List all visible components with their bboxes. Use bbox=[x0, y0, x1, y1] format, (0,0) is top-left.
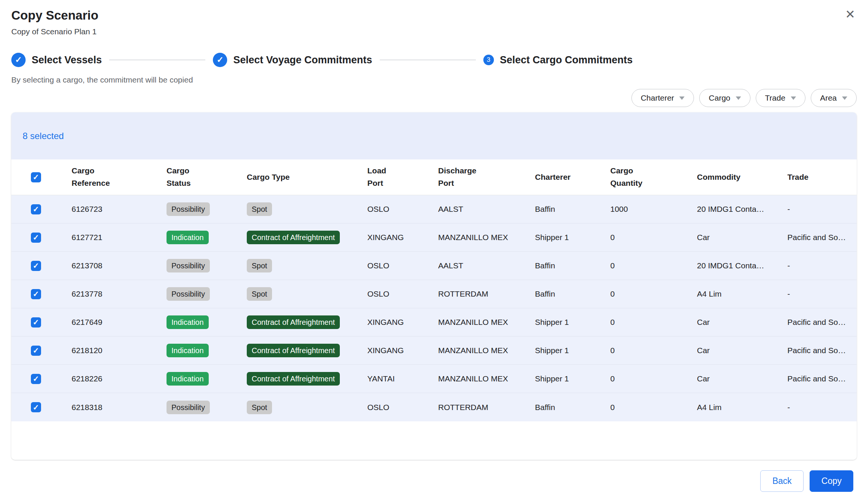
cargo-type-badge: Spot bbox=[247, 287, 272, 301]
row-checkbox[interactable] bbox=[31, 233, 41, 243]
cargo-type-badge: Contract of Affreightment bbox=[247, 315, 340, 329]
table-row[interactable]: 6213778 Possibility Spot OSLO ROTTERDAM … bbox=[11, 280, 857, 308]
load-port-cell: XINGANG bbox=[367, 346, 438, 355]
table-row[interactable]: 6213708 Possibility Spot OSLO AALST Baff… bbox=[11, 252, 857, 280]
discharge-port-cell: MANZANILLO MEX bbox=[438, 346, 535, 355]
row-checkbox[interactable] bbox=[31, 374, 41, 384]
trade-filter-dropdown[interactable]: Trade bbox=[756, 89, 805, 107]
cargo-quantity-cell: 0 bbox=[610, 261, 697, 270]
cargo-type-badge: Contract of Affreightment bbox=[247, 344, 340, 357]
modal-footer: Back Copy bbox=[11, 470, 857, 492]
filter-label: Area bbox=[820, 93, 837, 103]
cargo-quantity-cell: 0 bbox=[610, 289, 697, 298]
charterer-cell: Shipper 1 bbox=[535, 318, 610, 327]
cargo-reference-cell: 6218226 bbox=[72, 374, 167, 383]
charterer-cell: Shipper 1 bbox=[535, 346, 610, 355]
discharge-port-cell: MANZANILLO MEX bbox=[438, 233, 535, 242]
page-title: Copy Scenario bbox=[11, 8, 857, 23]
table-row[interactable]: 6218226 Indication Contract of Affreight… bbox=[11, 365, 857, 393]
row-checkbox[interactable] bbox=[31, 402, 41, 412]
column-header-discharge-port: Discharge Port bbox=[438, 165, 535, 189]
cargo-quantity-cell: 1000 bbox=[610, 205, 697, 214]
chevron-down-icon bbox=[736, 96, 741, 100]
load-port-cell: YANTAI bbox=[367, 374, 438, 383]
row-checkbox[interactable] bbox=[31, 204, 41, 214]
cargo-quantity-cell: 0 bbox=[610, 233, 697, 242]
table-row[interactable]: 6127721 Indication Contract of Affreight… bbox=[11, 223, 857, 252]
cargo-status-badge: Indication bbox=[167, 231, 209, 244]
load-port-cell: OSLO bbox=[367, 289, 438, 298]
cargo-status-badge: Possibility bbox=[167, 287, 210, 301]
table-empty-space bbox=[11, 421, 857, 460]
row-checkbox[interactable] bbox=[31, 261, 41, 271]
charterer-filter-dropdown[interactable]: Charterer bbox=[631, 89, 694, 107]
column-header-load-port: Load Port bbox=[367, 165, 438, 189]
filter-label: Trade bbox=[765, 93, 785, 103]
row-checkbox[interactable] bbox=[31, 346, 41, 356]
check-icon: ✓ bbox=[11, 53, 26, 67]
table-header-row: Cargo Reference Cargo Status Cargo Type … bbox=[11, 159, 857, 195]
table-row[interactable]: 6126723 Possibility Spot OSLO AALST Baff… bbox=[11, 195, 857, 223]
discharge-port-cell: AALST bbox=[438, 205, 535, 214]
filter-bar: Charterer Cargo Trade Area bbox=[11, 89, 857, 107]
row-checkbox[interactable] bbox=[31, 289, 41, 299]
table-row[interactable]: 6217649 Indication Contract of Affreight… bbox=[11, 308, 857, 337]
chevron-down-icon bbox=[679, 96, 685, 100]
load-port-cell: OSLO bbox=[367, 205, 438, 214]
charterer-cell: Shipper 1 bbox=[535, 374, 610, 383]
close-icon[interactable]: ✕ bbox=[845, 8, 855, 20]
load-port-cell: OSLO bbox=[367, 403, 438, 412]
cargo-type-badge: Spot bbox=[247, 202, 272, 216]
cargo-reference-cell: 6218318 bbox=[72, 403, 167, 412]
back-button[interactable]: Back bbox=[760, 470, 804, 492]
cargo-reference-cell: 6213778 bbox=[72, 289, 167, 298]
charterer-cell: Shipper 1 bbox=[535, 233, 610, 242]
commodity-cell: 20 IMDG1 Conta… bbox=[697, 261, 787, 270]
filter-label: Charterer bbox=[641, 93, 674, 103]
cargo-type-badge: Spot bbox=[247, 401, 272, 414]
cargo-reference-cell: 6126723 bbox=[72, 205, 167, 214]
cargo-quantity-cell: 0 bbox=[610, 346, 697, 355]
column-header-cargo-quantity: Cargo Quantity bbox=[610, 165, 697, 189]
trade-cell: Pacific and So… bbox=[787, 374, 857, 383]
area-filter-dropdown[interactable]: Area bbox=[811, 89, 857, 107]
table-row[interactable]: 6218318 Possibility Spot OSLO ROTTERDAM … bbox=[11, 393, 857, 421]
table-row[interactable]: 6218120 Indication Contract of Affreight… bbox=[11, 337, 857, 365]
column-header-cargo-type: Cargo Type bbox=[247, 171, 367, 184]
row-checkbox[interactable] bbox=[31, 317, 41, 328]
cargo-filter-dropdown[interactable]: Cargo bbox=[699, 89, 750, 107]
cargo-quantity-cell: 0 bbox=[610, 403, 697, 412]
cargo-status-badge: Possibility bbox=[167, 259, 210, 272]
cargo-reference-cell: 6127721 bbox=[72, 233, 167, 242]
cargo-commitments-table: 8 selected Cargo Reference Cargo Status … bbox=[11, 112, 857, 460]
table-body: 6126723 Possibility Spot OSLO AALST Baff… bbox=[11, 195, 857, 421]
trade-cell: - bbox=[787, 403, 857, 412]
step-number-badge: 3 bbox=[483, 55, 494, 65]
commodity-cell: Car bbox=[697, 318, 787, 327]
stepper: ✓ Select Vessels ✓ Select Voyage Commitm… bbox=[11, 53, 857, 67]
cargo-reference-cell: 6213708 bbox=[72, 261, 167, 270]
commodity-cell: Car bbox=[697, 374, 787, 383]
trade-cell: - bbox=[787, 261, 857, 270]
select-all-checkbox[interactable] bbox=[31, 172, 41, 182]
stepper-step-select-voyage-commitments[interactable]: ✓ Select Voyage Commitments bbox=[213, 53, 372, 67]
discharge-port-cell: ROTTERDAM bbox=[438, 403, 535, 412]
cargo-status-badge: Possibility bbox=[167, 202, 210, 216]
trade-cell: Pacific and So… bbox=[787, 346, 857, 355]
copy-button[interactable]: Copy bbox=[810, 470, 853, 492]
selection-summary-bar: 8 selected bbox=[11, 112, 857, 159]
filter-label: Cargo bbox=[709, 93, 730, 103]
step-label: Select Voyage Commitments bbox=[233, 54, 372, 66]
stepper-step-select-cargo-commitments[interactable]: 3 Select Cargo Commitments bbox=[483, 54, 633, 66]
column-header-cargo-reference: Cargo Reference bbox=[72, 165, 167, 189]
stepper-step-select-vessels[interactable]: ✓ Select Vessels bbox=[11, 53, 102, 67]
load-port-cell: XINGANG bbox=[367, 318, 438, 327]
charterer-cell: Baffin bbox=[535, 205, 610, 214]
column-header-cargo-status: Cargo Status bbox=[167, 165, 247, 189]
charterer-cell: Baffin bbox=[535, 403, 610, 412]
cargo-quantity-cell: 0 bbox=[610, 318, 697, 327]
chevron-down-icon bbox=[842, 96, 847, 100]
modal-subtitle: Copy of Scenario Plan 1 bbox=[11, 27, 857, 36]
trade-cell: - bbox=[787, 289, 857, 298]
column-header-commodity: Commodity bbox=[697, 171, 787, 184]
